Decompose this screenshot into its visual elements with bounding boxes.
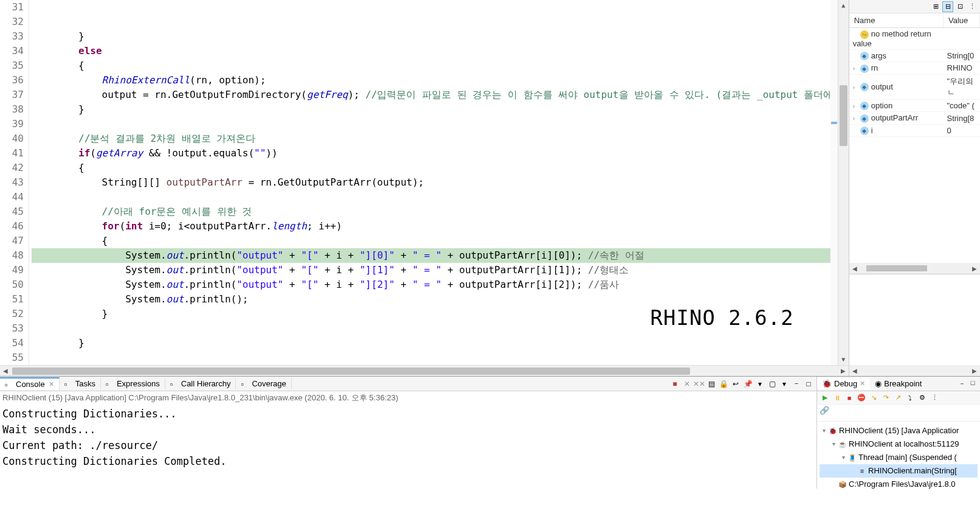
maximize-icon[interactable]: □: [968, 379, 978, 388]
tab-breakpoint[interactable]: ◉Breakpoint: [870, 378, 927, 389]
code-line[interactable]: }: [32, 29, 849, 44]
variable-row[interactable]: ›◆rnRHINO: [849, 62, 980, 75]
resume-icon[interactable]: ▶: [820, 392, 830, 403]
expand-icon[interactable]: ›: [853, 115, 860, 122]
step-over-icon[interactable]: ↷: [880, 392, 891, 403]
code-line[interactable]: System.out.println("output" + "[" + i + …: [32, 263, 849, 277]
use-step-filters-icon[interactable]: ⚙: [917, 392, 928, 403]
code-line[interactable]: String[][] outputPartArr = rn.GetOutputP…: [32, 175, 849, 190]
code-line[interactable]: }: [32, 336, 849, 350]
variables-table[interactable]: Name Value ↪no method return value◆argsS…: [849, 13, 980, 263]
scroll-up-icon[interactable]: ▲: [838, 0, 849, 11]
debug-tree[interactable]: ▾🐞RHINOclient (15) [Java Applicatior▾☕RH…: [817, 422, 980, 489]
detail-hscroll[interactable]: ◀ ▶: [849, 365, 980, 376]
scroll-left-icon[interactable]: ◀: [0, 367, 11, 374]
code-line[interactable]: //분석 결과를 2차원 배열로 가져온다: [32, 131, 849, 146]
tab-debug[interactable]: 🐞Debug✕: [817, 378, 870, 389]
clear-console-icon[interactable]: ▤: [706, 378, 717, 389]
variable-row[interactable]: ◆argsString[0: [849, 49, 980, 62]
scroll-left-icon[interactable]: ◀: [849, 367, 860, 374]
expand-icon[interactable]: ▾: [829, 437, 838, 451]
word-wrap-icon[interactable]: ↩: [730, 378, 741, 389]
horizontal-scrollbar[interactable]: ◀ ▶: [0, 365, 849, 376]
show-type-names-icon[interactable]: ⊞: [930, 1, 941, 12]
close-icon[interactable]: ✕: [49, 380, 54, 388]
close-icon[interactable]: ✕: [860, 380, 865, 388]
tab-coverage[interactable]: ▫Coverage: [236, 378, 291, 389]
terminate-icon[interactable]: ■: [669, 378, 680, 389]
code-line[interactable]: output = rn.GetOutputFromDirectory(getFr…: [32, 88, 849, 102]
expand-icon[interactable]: ›: [853, 103, 860, 110]
show-logical-icon[interactable]: ⊟: [942, 1, 953, 12]
code-line[interactable]: //아래 for문은 예시를 위한 것: [32, 204, 849, 219]
scroll-lock-icon[interactable]: 🔒: [718, 378, 729, 389]
step-into-icon[interactable]: ↘: [868, 392, 879, 403]
scroll-right-icon[interactable]: ▶: [969, 265, 980, 272]
expand-icon[interactable]: ▾: [839, 451, 847, 464]
code-line[interactable]: [32, 117, 849, 131]
code-line[interactable]: {: [32, 161, 849, 175]
disconnect-icon[interactable]: ⛔: [856, 392, 867, 403]
tab-tasks[interactable]: ▫Tasks: [60, 378, 101, 389]
code-line[interactable]: RhinoExternCall(rn, option);: [32, 73, 849, 88]
display-selected-icon[interactable]: ▾: [754, 378, 765, 389]
scrollbar-thumb[interactable]: [840, 85, 847, 146]
suspend-icon[interactable]: ⏸: [832, 392, 843, 403]
code-line[interactable]: System.out.println("output" + "[" + i + …: [32, 277, 849, 292]
scrollbar-thumb[interactable]: [866, 265, 927, 271]
debug-tree-row[interactable]: ▾☕RHINOclient at localhost:51129: [820, 437, 978, 451]
code-line[interactable]: if(getArray && !output.equals("")): [32, 146, 849, 161]
remove-launch-icon[interactable]: ✕: [682, 378, 692, 389]
drop-to-frame-icon[interactable]: ⤵: [905, 392, 916, 403]
view-menu-icon[interactable]: ⋮: [929, 392, 940, 403]
pin-console-icon[interactable]: 📌: [742, 378, 753, 389]
step-return-icon[interactable]: ↗: [892, 392, 903, 403]
code-line[interactable]: else: [32, 44, 849, 58]
tab-expressions[interactable]: ▫Expressions: [101, 378, 165, 389]
debug-tree-row[interactable]: ≡RHINOclient.main(String[: [820, 464, 978, 478]
remove-all-icon[interactable]: ✕✕: [694, 378, 705, 389]
minimize-icon[interactable]: －: [791, 378, 802, 389]
column-header-name[interactable]: Name: [849, 13, 944, 28]
variable-row[interactable]: ↪no method return value: [849, 28, 980, 50]
code-editor[interactable]: } else { RhinoExternCall(rn, option); ou…: [29, 0, 849, 365]
new-console-icon[interactable]: ▾: [779, 378, 790, 389]
overview-ruler[interactable]: [830, 0, 838, 365]
expand-icon[interactable]: ›: [853, 65, 860, 72]
code-line[interactable]: {: [32, 234, 849, 248]
variable-detail[interactable]: [849, 274, 980, 365]
code-line[interactable]: System.out.println("output" + "[" + i + …: [32, 248, 849, 263]
terminate-icon[interactable]: ■: [844, 392, 855, 403]
maximize-icon[interactable]: □: [803, 378, 814, 389]
scrollbar-thumb[interactable]: [12, 367, 690, 375]
thread-group-icon[interactable]: 🔗: [820, 406, 830, 417]
variable-row[interactable]: ›◆outputPartArrString[8: [849, 112, 980, 125]
open-console-icon[interactable]: ▢: [767, 378, 778, 389]
scroll-right-icon[interactable]: ▶: [969, 367, 980, 374]
scroll-right-icon[interactable]: ▶: [838, 367, 849, 374]
variable-row[interactable]: ›◆output"우리의ㄴ: [849, 74, 980, 99]
view-menu-icon[interactable]: ⋮: [967, 1, 978, 12]
debug-tree-row[interactable]: ▾🐞RHINOclient (15) [Java Applicatior: [820, 424, 978, 437]
scroll-down-icon[interactable]: ▼: [838, 354, 849, 365]
code-line[interactable]: }: [32, 102, 849, 117]
column-header-value[interactable]: Value: [944, 13, 980, 28]
debug-tree-row[interactable]: 📦C:\Program Files\Java\jre1.8.0: [820, 478, 978, 489]
code-line[interactable]: {: [32, 58, 849, 73]
expand-icon[interactable]: ▾: [820, 424, 828, 437]
console-output[interactable]: Constructing Dictionaries...Wait seconds…: [0, 405, 816, 489]
minimize-icon[interactable]: －: [957, 379, 967, 388]
tab-console[interactable]: ▫Console✕: [0, 377, 60, 390]
variables-hscroll[interactable]: ◀ ▶: [849, 263, 980, 274]
vertical-scrollbar[interactable]: ▲ ▼: [838, 0, 849, 365]
scroll-left-icon[interactable]: ◀: [849, 265, 860, 272]
code-line[interactable]: for(int i=0; i<outputPartArr.length; i++…: [32, 219, 849, 234]
debug-tree-row[interactable]: ▾🧵Thread [main] (Suspended (: [820, 451, 978, 464]
code-line[interactable]: System.out.println();: [32, 292, 849, 307]
collapse-all-icon[interactable]: ⊡: [954, 1, 965, 12]
code-line[interactable]: [32, 190, 849, 204]
code-line[interactable]: [32, 350, 849, 365]
variable-row[interactable]: ›◆option"code" (: [849, 99, 980, 112]
tab-call-hierarchy[interactable]: ▫Call Hierarchy: [165, 378, 236, 389]
variable-row[interactable]: ◆i0: [849, 124, 980, 137]
